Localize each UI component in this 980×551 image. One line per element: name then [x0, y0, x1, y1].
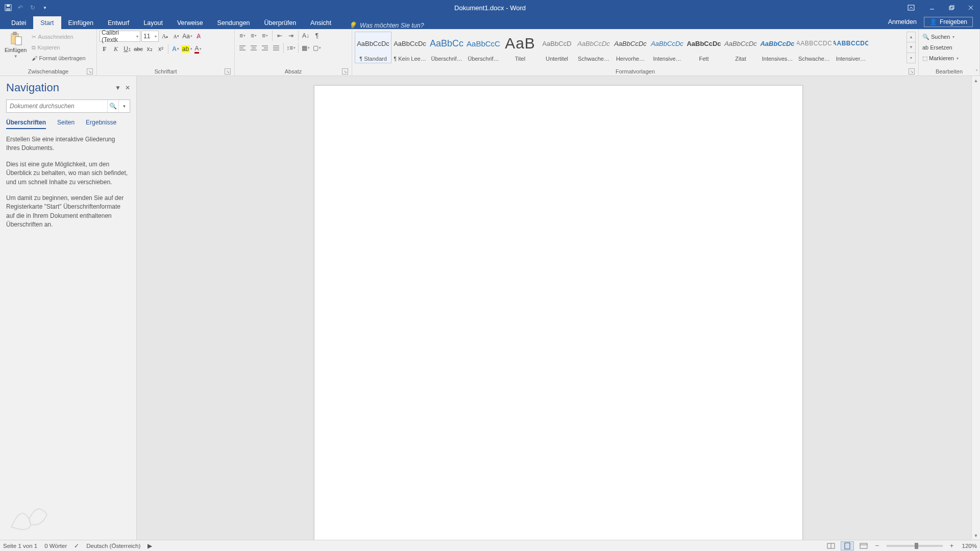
show-marks-button[interactable]: ¶ — [312, 31, 322, 41]
underline-button[interactable]: U▾ — [122, 44, 132, 54]
cut-button[interactable]: ✂Ausschneiden — [31, 32, 86, 42]
format-painter-button[interactable]: 🖌Format übertragen — [31, 53, 86, 63]
restore-button[interactable] — [942, 1, 961, 14]
more-styles-icon[interactable]: ▾ — [907, 53, 915, 63]
save-icon[interactable] — [4, 4, 12, 12]
sign-in-link[interactable]: Anmelden — [888, 18, 917, 26]
nav-search-input[interactable] — [7, 101, 107, 111]
paragraph-dialog-launcher[interactable]: ↘ — [342, 68, 348, 74]
redo-icon[interactable]: ↻ — [29, 4, 37, 12]
undo-icon[interactable]: ↶ — [16, 4, 24, 12]
font-dialog-launcher[interactable]: ↘ — [225, 68, 231, 74]
shading-button[interactable]: ▦▾ — [301, 43, 311, 53]
style-item[interactable]: AABBCCDCIntensiver… — [832, 32, 869, 63]
nav-search[interactable]: 🔍 ▼ — [6, 99, 130, 113]
chevron-down-icon[interactable]: ▼ — [907, 42, 915, 53]
highlight-button[interactable]: ab▾ — [182, 44, 192, 54]
status-page[interactable]: Seite 1 von 1 — [3, 543, 37, 549]
grow-font-button[interactable]: A▴ — [160, 31, 170, 41]
style-item[interactable]: AaBbCcDUntertitel — [538, 32, 575, 63]
superscript-button[interactable]: x² — [156, 44, 166, 54]
zoom-in-button[interactable]: + — [948, 542, 956, 549]
tab-view[interactable]: Ansicht — [303, 16, 338, 29]
style-item[interactable]: AaBbCcDcIntensive… — [649, 32, 685, 63]
style-item[interactable]: AABBCCDCSchwache… — [796, 32, 832, 63]
nav-tab-results[interactable]: Ergebnisse — [86, 119, 116, 129]
tab-home[interactable]: Start — [33, 16, 61, 29]
align-right-button[interactable] — [260, 43, 270, 53]
style-item[interactable]: AaBbCcCÜberschrif… — [465, 32, 502, 63]
chevron-up-icon[interactable]: ▲ — [907, 32, 915, 42]
tab-review[interactable]: Überprüfen — [257, 16, 304, 29]
tab-file[interactable]: Datei — [4, 16, 33, 29]
clipboard-dialog-launcher[interactable]: ↘ — [87, 68, 93, 74]
copy-button[interactable]: ⧉Kopieren — [31, 42, 86, 53]
qat-dropdown-icon[interactable]: ▼ — [41, 4, 49, 12]
nav-search-dropdown-icon[interactable]: ▼ — [118, 100, 130, 112]
bullets-button[interactable]: ≡▾ — [237, 31, 248, 41]
nav-search-go-icon[interactable]: 🔍 — [107, 100, 118, 112]
paste-button[interactable]: Einfügen ▼ — [3, 31, 29, 60]
font-size-combo[interactable]: 11▾ — [141, 31, 159, 42]
nav-tab-pages[interactable]: Seiten — [57, 119, 75, 129]
view-read-mode[interactable] — [824, 541, 838, 550]
decrease-indent-button[interactable]: ⇤ — [275, 31, 285, 41]
vertical-scrollbar[interactable]: ▲ ▼ — [971, 76, 980, 540]
collapse-ribbon-icon[interactable]: ˄ — [975, 69, 978, 74]
styles-gallery-scroller[interactable]: ▲ ▼ ▾ — [906, 32, 916, 63]
find-button[interactable]: 🔍Suchen▾ — [921, 32, 960, 42]
bold-button[interactable]: F — [100, 44, 110, 54]
zoom-out-button[interactable]: − — [873, 542, 881, 549]
strikethrough-button[interactable]: abc — [133, 44, 143, 54]
scroll-track[interactable] — [972, 85, 980, 531]
view-web-layout[interactable] — [857, 541, 870, 550]
close-button[interactable] — [962, 1, 980, 14]
minimize-button[interactable] — [923, 1, 941, 14]
tell-me[interactable]: 💡 Was möchten Sie tun? — [349, 21, 424, 29]
style-item[interactable]: AaBbCcDcZitat — [722, 32, 759, 63]
justify-button[interactable] — [271, 43, 281, 53]
numbering-button[interactable]: ≡▾ — [249, 31, 259, 41]
style-item[interactable]: AaBbCcDcSchwache… — [575, 32, 612, 63]
style-item[interactable]: AaBbCcÜberschrif… — [428, 32, 465, 63]
view-print-layout[interactable] — [841, 541, 854, 550]
increase-indent-button[interactable]: ⇥ — [286, 31, 296, 41]
select-button[interactable]: ⬚Markieren▾ — [921, 53, 960, 63]
style-item[interactable]: AaBbCcDcHervorhe… — [612, 32, 649, 63]
tab-references[interactable]: Verweise — [170, 16, 210, 29]
replace-button[interactable]: abErsetzen — [921, 42, 960, 53]
style-item[interactable]: AaBbCcDc¶ Standard — [355, 32, 391, 63]
zoom-level[interactable]: 120% — [962, 543, 977, 549]
text-effects-button[interactable]: A▾ — [170, 44, 181, 54]
styles-dialog-launcher[interactable]: ↘ — [909, 68, 915, 74]
nav-dropdown-icon[interactable]: ▼ — [115, 84, 121, 91]
shrink-font-button[interactable]: A▾ — [171, 31, 181, 41]
tab-insert[interactable]: Einfügen — [61, 16, 101, 29]
style-item[interactable]: AaBTitel — [502, 32, 538, 63]
change-case-button[interactable]: Aa▾ — [182, 31, 192, 41]
align-center-button[interactable] — [249, 43, 259, 53]
document-page[interactable] — [314, 85, 803, 540]
line-spacing-button[interactable]: ↕≡▾ — [286, 43, 296, 53]
borders-button[interactable]: ▢▾ — [312, 43, 322, 53]
tab-layout[interactable]: Layout — [136, 16, 170, 29]
italic-button[interactable]: K — [111, 44, 121, 54]
style-item[interactable]: AaBbCcDcIntensives… — [759, 32, 796, 63]
status-language[interactable]: Deutsch (Österreich) — [86, 543, 140, 549]
tab-mailings[interactable]: Sendungen — [210, 16, 257, 29]
scroll-down-icon[interactable]: ▼ — [972, 531, 980, 540]
ribbon-display-options-icon[interactable] — [903, 1, 919, 14]
status-proofing-icon[interactable]: ✓ — [74, 542, 79, 549]
zoom-thumb[interactable] — [915, 543, 918, 549]
tab-design[interactable]: Entwurf — [101, 16, 136, 29]
sort-button[interactable]: A↓ — [301, 31, 311, 41]
share-button[interactable]: 👤 Freigeben — [924, 17, 973, 27]
zoom-slider[interactable] — [887, 545, 943, 547]
font-color-button[interactable]: A▾ — [193, 44, 203, 54]
scroll-up-icon[interactable]: ▲ — [972, 76, 980, 85]
clear-formatting-button[interactable]: A̷ — [193, 31, 204, 41]
nav-tab-headings[interactable]: Überschriften — [6, 119, 46, 129]
style-item[interactable]: AaBbCcDc¶ Kein Lee… — [391, 32, 428, 63]
subscript-button[interactable]: x₂ — [144, 44, 155, 54]
font-name-combo[interactable]: Calibri (Textk▾ — [100, 31, 140, 42]
